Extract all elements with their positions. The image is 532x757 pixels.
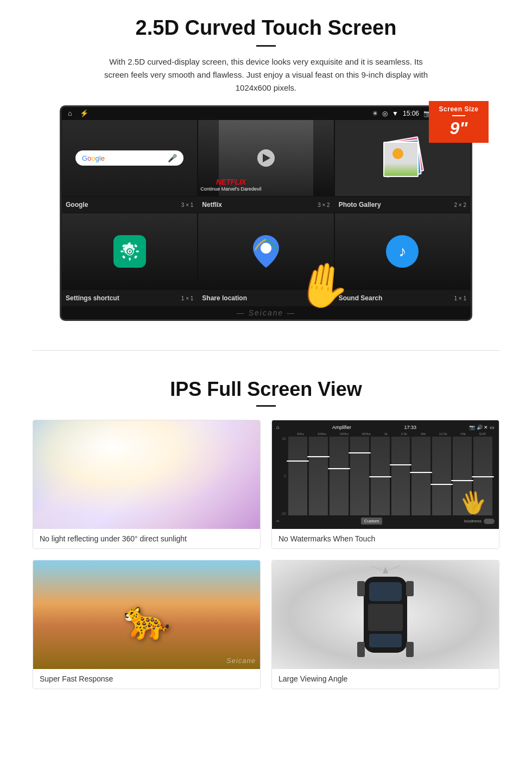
sunlight-caption: No light reflecting under 360° direct su… [33,529,260,548]
eq-handle-5 [369,476,391,477]
google-mic-icon[interactable]: 🎤 [168,154,177,162]
eq-section: 10 0 -10 [276,437,495,515]
google-logo: Google [82,154,105,162]
toggle-pill[interactable] [484,519,495,524]
eq-handle-7 [410,472,432,473]
photo-gallery-label: Photo Gallery 2 × 2 [334,199,471,211]
location-icon: ◎ [382,110,388,117]
freq-12k5: 12.5k [439,432,447,436]
eq-handle-6 [390,464,412,465]
map-pin-icon [253,235,279,268]
device-wrapper: Screen Size 9" ⌂ ⚡ ✳ ◎ ▼ 15:06 📷 🔊 ✕ [60,105,472,321]
google-cell-inner: Google 🎤 [62,120,197,196]
freq-10k: 10k [421,432,426,436]
app-cell-settings[interactable] [61,213,198,290]
cheetah-watermark: Seicane [226,657,256,665]
svg-rect-6 [136,250,138,252]
feature-card-sunlight: No light reflecting under 360° direct su… [33,420,261,549]
svg-rect-16 [406,581,414,596]
app-cell-share-location[interactable]: 🤚 [198,213,334,290]
netflix-subtitle: Continue Marvel's Daredevil [200,186,261,192]
eq-handle-9 [451,480,473,481]
badge-size: 9" [434,118,483,138]
eq-bar-2 [309,437,328,515]
sunlight-image [33,420,260,529]
freq-200hz: 200hz [340,432,349,436]
section2-divider [256,405,276,407]
eq-bar-5 [371,437,390,515]
eq-bar-3 [330,437,349,515]
app-labels-row2: Settings shortcut 1 × 1 Share location 1… [61,290,471,306]
svg-rect-9 [122,255,125,258]
home-icon: ⌂ [68,109,72,117]
bluetooth-icon: ✳ [372,110,378,117]
svg-line-20 [385,566,407,571]
play-button[interactable] [257,149,275,167]
car-image [272,560,499,669]
eq-handle-10 [472,476,494,477]
app-cell-sound-search[interactable]: ♪ [334,213,471,290]
features-grid: No light reflecting under 360° direct su… [33,420,499,689]
netflix-cell-inner: NETFLIX Continue Marvel's Daredevil [198,120,333,196]
amplifier-caption: No Watermarks When Touch [272,529,499,548]
google-size: 3 × 1 [181,202,194,208]
wifi-icon: ▼ [392,110,398,117]
svg-rect-5 [121,250,123,252]
netflix-overlay: NETFLIX Continue Marvel's Daredevil [200,178,261,192]
settings-cell-inner [62,213,197,289]
netflix-label: Netflix 3 × 2 [198,199,334,211]
badge-label: Screen Size [434,105,483,113]
photo-stack [381,136,424,180]
svg-rect-12 [369,582,402,601]
freq-1k: 1k [384,432,388,436]
light-burst [33,420,260,529]
feature-card-amplifier: ⌂ Amplifier 17:33 📷 🔊 ✕ ▭ 60hz 100hz 200… [271,420,499,549]
amp-topbar: ⌂ Amplifier 17:33 📷 🔊 ✕ ▭ [276,425,495,430]
loudness-toggle: loudness [464,519,495,524]
settings-bg [62,213,197,289]
section-ips: IPS Full Screen View No light reflecting… [0,367,532,705]
eq-bar-7 [411,437,430,515]
amp-icons: 📷 🔊 ✕ ▭ [469,425,495,430]
google-label: Google 3 × 1 [61,199,198,211]
usb-icon: ⚡ [80,109,88,117]
eq-bar-1 [288,437,307,515]
status-time: 15:06 [403,110,419,117]
eq-handle-8 [430,484,453,485]
share-bg: 🤚 [198,213,333,289]
car-bg [272,560,499,669]
app-cell-google[interactable]: Google 🎤 [61,119,198,197]
freq-labels: 60hz 100hz 200hz 500hz 1k 2.5k 10k 12.5k… [276,432,495,436]
car-caption: Large Viewing Angle [272,669,499,689]
svg-rect-4 [129,257,130,260]
svg-rect-8 [134,244,137,248]
loudness-label: loudness [464,519,482,523]
amp-custom-button[interactable]: Custom [361,518,383,525]
share-name: Share location [202,294,247,302]
netflix-size: 3 × 2 [318,202,330,208]
svg-point-2 [129,250,131,253]
sound-size: 1 × 1 [454,295,466,301]
eq-bar-8 [432,437,451,515]
app-cell-netflix[interactable]: NETFLIX Continue Marvel's Daredevil [198,119,334,197]
svg-rect-17 [357,642,365,657]
freq-sub: SUB [479,432,485,436]
feature-card-cheetah: 🐆 Seicane Super Fast Response [33,560,261,689]
google-search-bar[interactable]: Google 🎤 [75,150,183,166]
feature-card-car: Large Viewing Angle [271,560,499,689]
freq-2k5: 2.5k [401,432,407,436]
sound-bg: ♪ [335,213,470,289]
eq-handle-4 [349,452,371,453]
svg-marker-21 [383,567,388,573]
svg-rect-10 [134,255,137,258]
svg-rect-15 [357,581,365,596]
section1-description: With 2.5D curved-display screen, this de… [98,55,434,94]
freq-60hz: 60hz [297,432,304,436]
hand-pointing-icon: 🤚 [292,256,354,316]
status-bar: ⌂ ⚡ ✳ ◎ ▼ 15:06 📷 🔊 ✕ ▭ [61,107,471,119]
eq-bars-container: 🖐 [288,437,492,515]
screen-size-badge: Screen Size 9" [429,101,489,143]
cheetah-image: 🐆 Seicane [33,560,260,669]
app-labels-row1: Google 3 × 1 Netflix 3 × 2 Photo Gallery… [61,197,471,213]
section-curved-screen: 2.5D Curved Touch Screen With 2.5D curve… [0,0,532,334]
